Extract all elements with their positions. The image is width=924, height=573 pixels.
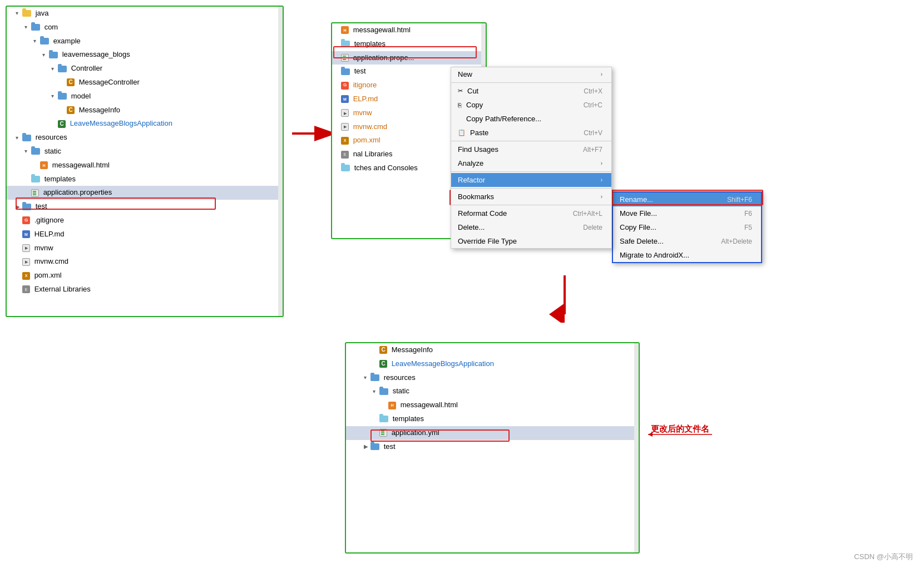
menu-item-label: Move File... (620, 209, 733, 218)
shortcut-label: Ctrl+V (584, 129, 602, 137)
tree-item[interactable]: ▾ C MessageInfo (346, 343, 639, 357)
props-file-icon (31, 189, 39, 197)
copy-icon: ⎘ (458, 102, 462, 108)
md-file-icon: M (22, 230, 30, 238)
chevron-icon: ▾ (24, 147, 30, 156)
submenu-item-copy-file[interactable]: Copy File... F5 (613, 220, 761, 234)
menu-item-delete[interactable]: Delete... Delete (451, 220, 611, 234)
menu-item-new[interactable]: New › (451, 67, 611, 81)
scrollbar-1[interactable] (278, 7, 283, 316)
tree-item[interactable]: ▾ H messagewall.html (346, 398, 639, 412)
item-label: pom.xml (353, 135, 381, 146)
item-label: application.prope... (353, 52, 414, 64)
menu-item-find-usages[interactable]: Find Usages Alt+F7 (451, 142, 611, 156)
submenu-arrow-icon: › (601, 177, 602, 183)
xml-file-icon: X (22, 272, 30, 280)
tree-item[interactable]: ▾ C LeaveMessageBlogsApplication (346, 357, 639, 371)
separator (451, 171, 611, 172)
tree-item[interactable]: ▾ com (7, 21, 283, 34)
folder-icon (379, 416, 388, 422)
tree-item-selected[interactable]: ▾ application.properties (7, 186, 283, 200)
tree-item[interactable]: ▶ test (346, 440, 639, 454)
props-file-icon (341, 54, 349, 62)
tree-item[interactable]: ▾ E External Libraries (7, 283, 283, 297)
item-label: java (36, 8, 49, 19)
scrollbar-3[interactable] (634, 343, 639, 552)
tree-item[interactable]: ▾ templates (332, 37, 486, 51)
folder-icon (341, 165, 350, 171)
item-label: mvnw.cmd (353, 121, 387, 133)
folder-icon (22, 10, 31, 17)
tree-item-yaml-selected[interactable]: ▾ application.yml (346, 426, 639, 440)
shortcut-label: Ctrl+Alt+L (573, 210, 602, 218)
menu-item-reformat[interactable]: Reformat Code Ctrl+Alt+L (451, 206, 611, 220)
chevron-icon: ▾ (51, 65, 57, 73)
menu-item-cut[interactable]: ✂ Cut Ctrl+X (451, 84, 611, 98)
submenu-item-rename[interactable]: Rename... Shift+F6 (613, 192, 761, 206)
git-ignore-icon: G (341, 82, 349, 90)
c-class-icon: C (67, 106, 75, 114)
submenu-item-move[interactable]: Move File... F6 (613, 206, 761, 220)
menu-item-label: Copy (466, 101, 572, 109)
tree-item[interactable]: ▾ C MessageController (7, 76, 283, 90)
menu-item-paste[interactable]: 📋 Paste Ctrl+V (451, 126, 611, 140)
shortcut-label: Ctrl+X (584, 87, 602, 95)
folder-icon (22, 135, 31, 141)
submenu-item-safe-delete[interactable]: Safe Delete... Alt+Delete (613, 234, 761, 248)
item-label: tches and Consoles (354, 162, 418, 174)
tree-item[interactable]: ▾ H messagewall.html (7, 159, 283, 172)
tree-item[interactable]: ▾ G .gitignore (7, 214, 283, 228)
tree-item[interactable]: ▾ leavemessage_blogs (7, 48, 283, 62)
item-label: leavemessage_blogs (62, 49, 130, 61)
tree-item[interactable]: ▾ H messagewall.html (332, 23, 486, 37)
folder-icon (58, 66, 67, 72)
item-label: LeaveMessageBlogsApplication (392, 358, 494, 370)
csdn-watermark: CSDN @小高不明 (854, 552, 913, 562)
tree-item[interactable]: ▾ static (346, 384, 639, 398)
tree-item[interactable]: ▾ model (7, 90, 283, 103)
tree-item-selected[interactable]: ▾ application.prope... (332, 51, 486, 65)
menu-item-label: Refactor (458, 176, 601, 184)
tree-item[interactable]: ▾ C LeaveMessageBlogsApplication (7, 117, 283, 131)
folder-icon (370, 443, 379, 450)
tree-item[interactable]: ▾ X pom.xml (7, 269, 283, 283)
item-label: mvnw.cmd (34, 256, 68, 268)
script-file-icon: ▶ (22, 244, 30, 252)
submenu-item-migrate[interactable]: Migrate to AndroidX... (613, 248, 761, 262)
item-label: messagewall.html (353, 24, 411, 36)
tree-item[interactable]: ▾ java (7, 7, 283, 21)
tree-item[interactable]: ▾ templates (346, 412, 639, 426)
menu-item-override-file-type[interactable]: Override File Type (451, 234, 611, 248)
paste-icon: 📋 (458, 129, 466, 136)
menu-item-analyze[interactable]: Analyze › (451, 156, 611, 170)
item-label: model (71, 91, 91, 102)
tree-item[interactable]: ▾ static (7, 145, 283, 159)
tree-item[interactable]: ▾ ▶ mvnw.cmd (7, 255, 283, 269)
menu-item-copy[interactable]: ⎘ Copy Ctrl+C (451, 98, 611, 112)
tree-item[interactable]: ▾ templates (7, 172, 283, 186)
tree-item[interactable]: ▾ example (7, 34, 283, 48)
chevron-icon: ▾ (42, 51, 48, 60)
menu-item-label: New (458, 70, 472, 78)
tree-item[interactable]: ▾ C MessageInfo (7, 103, 283, 117)
chevron-icon: ▾ (373, 387, 378, 396)
arrow-down-1 (548, 273, 581, 324)
tree-item[interactable]: ▾ resources (7, 131, 283, 145)
menu-item-label: Override File Type (458, 237, 517, 245)
separator (451, 141, 611, 141)
tree-item[interactable]: ▾ M HELP.md (7, 228, 283, 241)
submenu-arrow-icon: › (601, 160, 602, 166)
cut-icon: ✂ (458, 87, 463, 95)
menu-item-refactor[interactable]: Refactor › (451, 173, 611, 187)
tree-item[interactable]: ▾ resources (346, 371, 639, 385)
menu-item-copy-path[interactable]: ⎘ Copy Path/Reference... (451, 112, 611, 126)
menu-item-bookmarks[interactable]: Bookmarks › (451, 190, 611, 204)
tree-item[interactable]: ▶ test (7, 200, 283, 214)
panel-1-file-tree: ▾ java ▾ com ▾ example ▾ leavemessage_bl… (6, 6, 284, 317)
tree-item[interactable]: ▾ ▶ mvnw (7, 241, 283, 255)
folder-icon (31, 148, 40, 155)
tree-item[interactable]: ▾ Controller (7, 62, 283, 76)
item-label: test (384, 441, 396, 453)
item-label: MessageInfo (392, 344, 433, 356)
folder-icon (379, 388, 388, 395)
